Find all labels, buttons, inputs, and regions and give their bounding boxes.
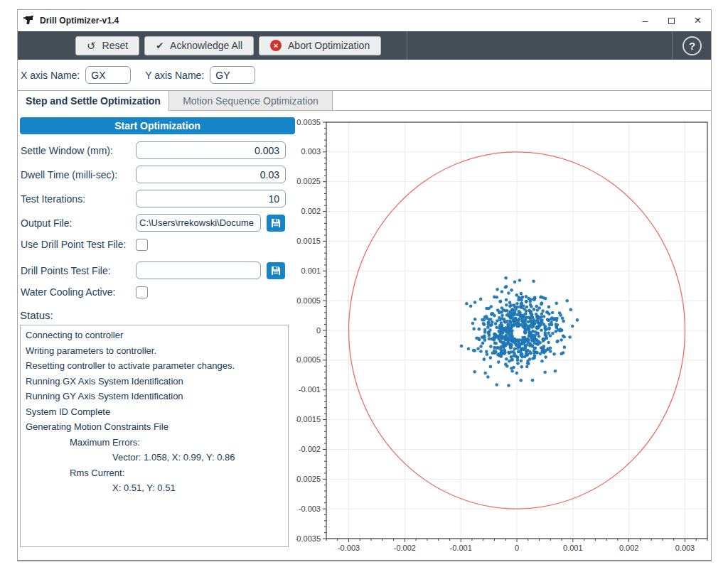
y-axis-name-label: Y axis Name: — [145, 70, 204, 81]
content-area: Start Optimization Settle Window (mm): D… — [18, 111, 711, 561]
svg-text:0.0025: 0.0025 — [296, 177, 321, 185]
scatter-plot: -0.003-0.002-0.00100.0010.0020.0030.0035… — [296, 111, 711, 558]
svg-text:0.003: 0.003 — [301, 147, 321, 156]
minimize-button[interactable]: – — [632, 10, 658, 31]
status-line: Running GY Axis System Identification — [21, 389, 288, 404]
window-controls: – × — [632, 10, 711, 31]
checkmark-icon: ✔ — [156, 41, 164, 50]
drill-app-icon — [23, 16, 35, 26]
close-button[interactable]: × — [685, 10, 711, 31]
x-axis-name-input[interactable] — [85, 66, 131, 84]
svg-text:0: 0 — [515, 544, 519, 552]
use-drill-point-test-file-label: Use Drill Point Test File: — [20, 239, 136, 250]
output-file-input[interactable] — [136, 214, 261, 232]
svg-text:0.0015: 0.0015 — [296, 237, 321, 245]
parameter-fields: Settle Window (mm): Dwell Time (milli-se… — [20, 141, 296, 298]
svg-text:0.001: 0.001 — [301, 266, 321, 275]
x-axis-name-label: X axis Name: — [21, 70, 80, 81]
dwell-time-row: Dwell Time (milli-sec): — [20, 166, 296, 183]
chart-area: -0.003-0.002-0.00100.0010.0020.0030.0035… — [296, 111, 711, 561]
drill-points-test-file-label: Drill Points Test File: — [20, 265, 136, 276]
water-cooling-active-row: Water Cooling Active: — [20, 286, 296, 298]
status-heading: Status: — [20, 309, 296, 321]
status-line: Generating Motion Constraints File — [21, 419, 288, 435]
axis-name-row: X axis Name: Y axis Name: — [18, 60, 711, 90]
drill-points-test-file-input[interactable] — [136, 261, 261, 279]
use-drill-point-test-file-checkbox[interactable] — [136, 239, 148, 251]
status-line: System ID Complete — [21, 404, 288, 420]
svg-text:0.002: 0.002 — [619, 544, 639, 552]
svg-text:-0.0005: -0.0005 — [296, 355, 321, 364]
status-line: Running GX Axis System Identification — [21, 374, 288, 389]
reset-label: Reset — [102, 40, 129, 51]
status-log: Connecting to controllerWriting paramete… — [20, 325, 289, 547]
tab-step-and-settle-optimization[interactable]: Step and Settle Optimization — [18, 91, 169, 111]
svg-text:0.003: 0.003 — [675, 544, 695, 552]
test-iterations-input[interactable] — [136, 190, 286, 207]
maximize-icon — [668, 18, 675, 24]
svg-text:-0.0015: -0.0015 — [296, 415, 321, 423]
svg-text:0.002: 0.002 — [301, 207, 321, 215]
svg-text:-0.003: -0.003 — [338, 544, 360, 552]
settings-panel: Start Optimization Settle Window (mm): D… — [18, 111, 296, 561]
svg-text:-0.001: -0.001 — [299, 385, 321, 394]
dwell-time-label: Dwell Time (milli-sec): — [20, 169, 136, 180]
status-line: Connecting to controller — [21, 328, 288, 343]
settle-window-input[interactable] — [136, 141, 286, 159]
abort-x-icon: × — [270, 40, 282, 51]
reset-button[interactable]: ↺ Reset — [75, 36, 139, 55]
svg-text:0.0005: 0.0005 — [296, 296, 321, 305]
help-button[interactable]: ? — [682, 36, 702, 55]
svg-text:-0.002: -0.002 — [299, 445, 321, 453]
title-bar: Drill Optimizer-v1.4 – × — [18, 10, 711, 31]
output-file-save-button[interactable] — [267, 215, 285, 232]
svg-text:0: 0 — [316, 326, 321, 335]
app-window: Drill Optimizer-v1.4 – × ↺ Reset ✔ Ackno… — [17, 9, 712, 561]
svg-text:0.001: 0.001 — [563, 544, 583, 552]
maximize-button[interactable] — [658, 10, 685, 31]
abort-optimization-button[interactable]: × Abort Optimization — [259, 36, 381, 55]
svg-text:0.0035: 0.0035 — [296, 118, 321, 126]
floppy-disk-icon — [270, 217, 282, 229]
y-axis-name-input[interactable] — [210, 66, 255, 84]
reset-icon: ↺ — [87, 41, 96, 51]
drill-points-test-file-row: Drill Points Test File: — [20, 261, 296, 279]
svg-text:-0.0035: -0.0035 — [296, 534, 321, 543]
status-line: X: 0.51, Y: 0.51 — [21, 480, 288, 496]
status-line: Writing parameters to controller. — [21, 343, 288, 359]
svg-text:-0.0025: -0.0025 — [296, 475, 321, 483]
tab-strip-filler — [333, 91, 711, 111]
test-iterations-row: Test Iterations: — [20, 190, 296, 207]
water-cooling-active-checkbox[interactable] — [136, 286, 148, 298]
tab-motion-sequence-optimization[interactable]: Motion Sequence Optimization — [169, 91, 333, 111]
svg-text:-0.001: -0.001 — [450, 544, 472, 552]
tab-strip: Step and Settle Optimization Motion Sequ… — [18, 90, 711, 111]
abort-optimization-label: Abort Optimization — [288, 40, 370, 51]
status-line: Maximum Errors: — [21, 435, 288, 450]
drill-points-test-file-save-button[interactable] — [267, 262, 285, 279]
output-file-label: Output File: — [20, 217, 136, 229]
settle-window-row: Settle Window (mm): — [20, 141, 296, 159]
status-line: Rms Current: — [21, 465, 288, 481]
dwell-time-input[interactable] — [136, 166, 286, 183]
toolbar: ↺ Reset ✔ Acknowledge All × Abort Optimi… — [18, 31, 711, 60]
start-optimization-button[interactable]: Start Optimization — [20, 117, 295, 134]
settle-window-label: Settle Window (mm): — [20, 145, 136, 156]
svg-text:-0.003: -0.003 — [299, 504, 321, 513]
water-cooling-active-label: Water Cooling Active: — [20, 286, 136, 298]
status-line: Vector: 1.058, X: 0.99, Y: 0.86 — [21, 450, 288, 465]
svg-text:-0.002: -0.002 — [394, 544, 416, 552]
toolbar-divider — [672, 31, 673, 60]
acknowledge-all-button[interactable]: ✔ Acknowledge All — [144, 36, 254, 55]
acknowledge-all-label: Acknowledge All — [170, 40, 242, 51]
test-iterations-label: Test Iterations: — [20, 193, 136, 205]
output-file-row: Output File: — [20, 214, 296, 232]
window-title: Drill Optimizer-v1.4 — [40, 16, 119, 26]
floppy-disk-icon — [270, 265, 282, 276]
status-line: Resetting controller to activate paramet… — [21, 358, 288, 374]
use-drill-point-test-file-row: Use Drill Point Test File: — [20, 238, 296, 251]
toolbar-divider — [407, 31, 407, 60]
